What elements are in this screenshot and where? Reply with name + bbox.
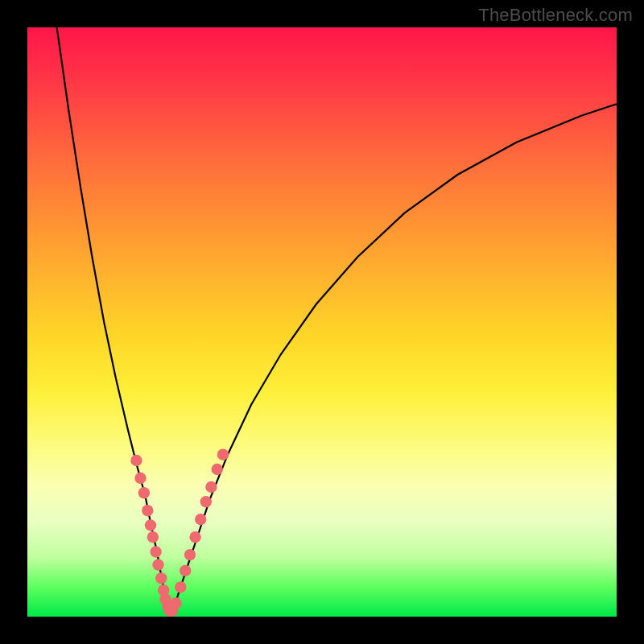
data-point [138, 487, 150, 498]
data-point [184, 549, 196, 560]
watermark-text: TheBottleneck.com [478, 5, 633, 26]
data-point [205, 481, 217, 493]
data-point [147, 531, 159, 543]
chart-frame: TheBottleneck.com [0, 0, 644, 644]
data-point [180, 565, 191, 576]
data-point [152, 559, 163, 570]
data-point [130, 455, 142, 466]
data-point [145, 519, 156, 530]
curve-right-branch [171, 104, 617, 613]
data-point [217, 449, 229, 460]
data-point [195, 514, 206, 525]
data-point [170, 597, 181, 609]
data-point [155, 572, 167, 584]
data-point [200, 496, 212, 507]
data-point [212, 464, 223, 475]
data-point [150, 546, 161, 557]
data-point-group [130, 449, 229, 617]
data-point [142, 505, 153, 516]
data-point [175, 581, 186, 592]
data-point [189, 531, 200, 543]
data-point [134, 473, 146, 484]
chart-overlay [27, 27, 617, 617]
